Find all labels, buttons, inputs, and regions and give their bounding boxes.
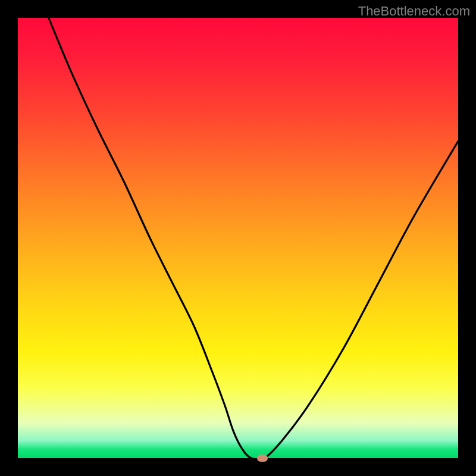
curve-svg [18, 18, 458, 458]
bottleneck-curve [49, 18, 458, 460]
chart-container: TheBottleneck.com [0, 0, 476, 476]
plot-area [18, 18, 458, 458]
optimal-point-marker [257, 455, 268, 462]
watermark-label: TheBottleneck.com [358, 4, 470, 19]
